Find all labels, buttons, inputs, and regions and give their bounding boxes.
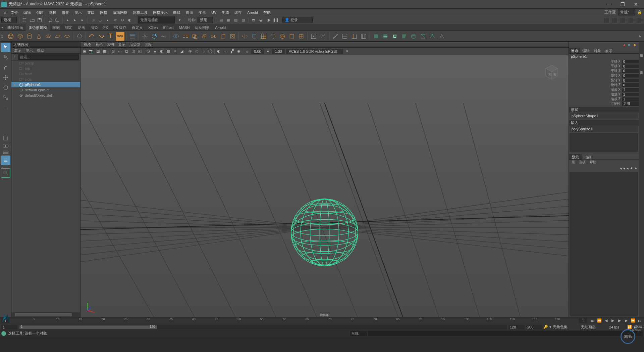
goto-end-icon[interactable]: ⏭ <box>637 318 643 323</box>
ig3-icon[interactable]: ▧ <box>232 17 239 24</box>
select-tool[interactable] <box>1 43 10 52</box>
crease1-icon[interactable] <box>372 32 380 41</box>
fill-icon[interactable] <box>228 32 237 41</box>
colorspace-select[interactable]: ACES 1.0 SDR-video (sRGB) <box>286 49 343 54</box>
vt-safe-icon[interactable]: ◰ <box>137 48 143 54</box>
ig4-icon[interactable]: ▨ <box>240 17 247 24</box>
goto-start-icon[interactable]: ⏮ <box>590 318 596 323</box>
crease8-icon[interactable] <box>437 32 446 41</box>
vmenu-show[interactable]: 显示 <box>116 42 127 47</box>
menu-curve[interactable]: 曲线 <box>170 9 183 16</box>
rotate-tool[interactable] <box>1 83 10 92</box>
menu-uv[interactable]: UV <box>209 9 219 16</box>
scale-tool[interactable] <box>1 93 10 102</box>
menu-generate[interactable]: 生成 <box>219 9 232 16</box>
snap-grid-icon[interactable]: ⊞ <box>90 17 96 24</box>
render-icon[interactable]: ◓ <box>250 17 257 24</box>
bridge-icon[interactable] <box>209 32 218 41</box>
account-dropdown[interactable]: 👤 登录 <box>282 17 313 23</box>
vt-ao-icon[interactable]: ◐ <box>216 48 222 54</box>
vt-motion-icon[interactable]: ≈ <box>222 48 228 54</box>
quad-icon[interactable] <box>287 32 296 41</box>
shelf-tab-xgen[interactable]: XGen <box>146 24 160 31</box>
menu-surface[interactable]: 曲面 <box>183 9 196 16</box>
shelf-tab-arnold[interactable]: Arnold <box>212 24 228 31</box>
workspace-select[interactable]: 常规* <box>618 9 635 15</box>
open-scene-icon[interactable] <box>29 17 36 24</box>
four-pane-icon[interactable] <box>1 143 10 149</box>
vt-xray2-icon[interactable]: ○ <box>201 48 207 54</box>
redo-icon[interactable] <box>54 17 61 24</box>
shelf-tab-bifrost[interactable]: Bifrost <box>160 24 176 31</box>
anim-layer-select[interactable]: 无动画层 <box>581 324 608 329</box>
menu-modify[interactable]: 修改 <box>59 9 72 16</box>
ltab-display[interactable]: 显示 <box>569 154 582 160</box>
vt-gamma-icon[interactable]: γ <box>265 48 271 54</box>
vmenu-lighting[interactable]: 照明 <box>105 42 116 47</box>
lasso-tool[interactable] <box>1 53 10 62</box>
outliner-item[interactable]: defaultObjectSet <box>11 93 80 98</box>
select-hierarchy-icon[interactable]: ▸ <box>64 17 71 24</box>
vmenu-renderer[interactable]: 渲染器 <box>127 42 143 47</box>
outliner-item[interactable]: side <box>11 77 80 82</box>
outliner-scrollbar[interactable] <box>11 312 80 317</box>
select-component-icon[interactable]: ▸ <box>79 17 86 24</box>
range-start-field[interactable]: 1 <box>1 325 17 329</box>
search-icon[interactable] <box>1 168 10 178</box>
outliner-item[interactable]: persp <box>11 60 80 66</box>
menu-meshtools[interactable]: 网格工具 <box>130 9 150 16</box>
shelf-prev-icon[interactable]: ▴ <box>1 33 6 36</box>
vt-wireframe-icon[interactable]: ⬡ <box>145 48 151 54</box>
outliner-filter-icon[interactable]: ⋮ <box>13 55 18 59</box>
snap-point-icon[interactable]: • <box>104 17 111 24</box>
crease5-icon[interactable] <box>409 32 418 41</box>
polysphere-icon[interactable] <box>6 32 15 41</box>
shelf-tab-motion[interactable]: 运动图形 <box>192 24 212 31</box>
shelf-scroll-icon[interactable]: ▸ <box>638 31 643 42</box>
menu-editmesh[interactable]: 编辑网格 <box>110 9 130 16</box>
colorspace-dropdown-icon[interactable]: ▾ <box>344 48 350 54</box>
vt-light-icon[interactable]: ☀ <box>172 48 178 54</box>
time-end-field[interactable]: 1 <box>579 318 587 323</box>
snap-center-icon[interactable]: ⊙ <box>119 17 126 24</box>
two-pane-icon[interactable] <box>1 149 10 155</box>
vt-xray3-icon[interactable]: ◯ <box>207 48 213 54</box>
shelf-tab-mash[interactable]: MASH <box>176 24 193 31</box>
mel-label[interactable]: MEL <box>350 331 367 336</box>
insert-edge-icon[interactable] <box>350 32 359 41</box>
vt-material-icon[interactable]: ◐ <box>159 48 165 54</box>
view-cube[interactable]: 前 右 <box>542 62 562 82</box>
panel-toggle-1[interactable] <box>604 17 610 23</box>
vt-image-icon[interactable]: 🖼 <box>95 48 101 54</box>
step-forward-key-icon[interactable]: ⏩ <box>630 318 636 323</box>
polytorus-icon[interactable] <box>44 32 53 41</box>
retopo-icon[interactable] <box>269 32 277 41</box>
last-tool[interactable] <box>1 103 10 113</box>
viewport-canvas[interactable]: 前 右 persp <box>80 55 569 317</box>
menu-file[interactable]: 文件 <box>8 9 21 16</box>
vt-res-icon[interactable]: ◫ <box>130 48 136 54</box>
vmenu-panels[interactable]: 面板 <box>143 42 154 47</box>
shelf-tab-rendering[interactable]: 渲染 <box>88 24 101 31</box>
vt-grid-icon[interactable]: ⊞ <box>110 48 116 54</box>
menu-create[interactable]: 创建 <box>34 9 46 16</box>
exposure-field[interactable]: 0.00 <box>251 49 264 54</box>
live-toggle-icon[interactable]: ▾ <box>176 17 183 24</box>
vt-film-icon[interactable]: ▭ <box>117 48 123 54</box>
layer-icon-5[interactable]: ✦ <box>634 166 637 171</box>
pause-icon[interactable]: ❚❚ <box>272 17 279 24</box>
cbtab-object[interactable]: 对象 <box>592 48 603 53</box>
outliner-search-input[interactable] <box>18 54 79 60</box>
attr-value[interactable]: 1 <box>622 88 639 92</box>
target-weld-icon[interactable] <box>309 32 318 41</box>
crease6-icon[interactable] <box>419 32 427 41</box>
cb-icon2[interactable]: ● <box>628 43 632 47</box>
minimize-button[interactable]: — <box>602 0 616 9</box>
symmetry-select[interactable]: 禁用 <box>198 17 213 23</box>
attr-value[interactable]: 0 <box>622 64 639 68</box>
bevel-icon[interactable] <box>219 32 227 41</box>
range-end2-field[interactable]: 200 <box>526 325 542 329</box>
panel-toggle-2[interactable] <box>612 17 618 23</box>
menu-select[interactable]: 选择 <box>46 9 59 16</box>
multicut-icon[interactable] <box>331 32 340 41</box>
